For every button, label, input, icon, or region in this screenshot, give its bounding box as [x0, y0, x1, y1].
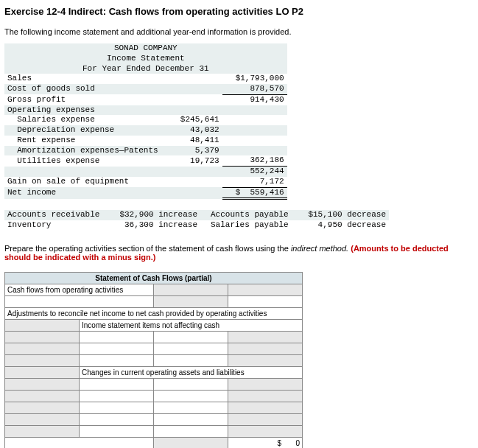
amount-input[interactable]: [154, 413, 228, 425]
amort-amount: 5,379: [161, 146, 222, 156]
rent-label: Rent expense: [4, 136, 161, 146]
amount-input[interactable]: [154, 378, 228, 390]
sal-amount: $245,641: [161, 115, 222, 125]
company-name: SONAD COMPANY: [4, 43, 287, 54]
amount-input[interactable]: [154, 331, 228, 343]
opinc-amount: 552,244: [222, 167, 287, 177]
item-input[interactable]: [80, 402, 154, 413]
total-amount: $ 0: [228, 437, 303, 448]
amount-input[interactable]: [154, 343, 228, 354]
section-changes: Changes in current operating assets and …: [80, 366, 303, 378]
section-noncash: Income statement items not affecting cas…: [80, 319, 303, 331]
amount-input[interactable]: [228, 295, 303, 307]
exercise-title: Exercise 12-4 Indirect: Cash flows from …: [4, 6, 474, 17]
sp-value: 4,950 decrease: [298, 220, 389, 231]
section-operating: Cash flows from operating activities: [5, 284, 154, 295]
ap-value: $15,100 decrease: [298, 210, 389, 220]
sp-label: Salaries payable: [200, 220, 298, 231]
dep-label: Depreciation expense: [4, 125, 161, 136]
changes-table: Accounts receivable $32,900 increase Acc…: [4, 210, 389, 231]
rent-amount: 48,411: [161, 136, 222, 146]
item-input[interactable]: [80, 413, 154, 425]
amort-label: Amortization expenses—Patents: [4, 146, 161, 156]
amount-input[interactable]: [154, 390, 228, 402]
item-input[interactable]: [80, 425, 154, 437]
cogs-amount: 878,570: [222, 84, 287, 94]
sal-label: Salaries expense: [4, 115, 161, 125]
total-line[interactable]: [5, 437, 154, 448]
intro-text: The following income statement and addit…: [4, 27, 474, 36]
ni-label: Net income: [4, 187, 161, 199]
amount-input[interactable]: [154, 425, 228, 437]
inv-value: 36,300 increase: [110, 220, 200, 231]
input-line[interactable]: [5, 295, 154, 307]
amount-input[interactable]: [154, 354, 228, 366]
gain-amount: 7,172: [222, 177, 287, 187]
item-input[interactable]: [80, 378, 154, 390]
ar-value: $32,900 increase: [110, 210, 200, 220]
ni-amount: $ 559,416: [222, 187, 287, 199]
item-input[interactable]: [80, 331, 154, 343]
section-adjustments: Adjustments to reconcile net income to n…: [5, 307, 303, 319]
util-amount: 19,723: [161, 155, 222, 166]
income-statement: SONAD COMPANY Income Statement For Year …: [4, 43, 287, 200]
sales-amount: $1,793,000: [222, 74, 287, 84]
util-label: Utilities expense: [4, 155, 161, 166]
worksheet-header: Statement of Cash Flows (partial): [5, 272, 303, 284]
item-input[interactable]: [80, 343, 154, 354]
ar-label: Accounts receivable: [4, 210, 110, 220]
dep-amount: 43,032: [161, 125, 222, 136]
instruction: Prepare the operating activities section…: [4, 244, 474, 262]
item-input[interactable]: [80, 354, 154, 366]
gp-amount: 914,430: [222, 94, 287, 105]
sales-label: Sales: [4, 74, 161, 84]
gain-label: Gain on sale of equipment: [4, 177, 161, 187]
blank-cell: [228, 284, 303, 295]
amount-input[interactable]: [154, 402, 228, 413]
ap-label: Accounts payable: [200, 210, 298, 220]
opex-total: 362,186: [222, 155, 287, 166]
opex-label: Operating expenses: [4, 105, 161, 116]
gp-label: Gross profit: [4, 94, 161, 105]
cogs-label: Cost of goods sold: [4, 84, 161, 94]
blank-cell: [154, 284, 228, 295]
item-input[interactable]: [80, 390, 154, 402]
period: For Year Ended December 31: [4, 64, 287, 74]
inv-label: Inventory: [4, 220, 110, 231]
cash-flows-worksheet: Statement of Cash Flows (partial) Cash f…: [4, 272, 303, 448]
report-name: Income Statement: [4, 54, 287, 64]
